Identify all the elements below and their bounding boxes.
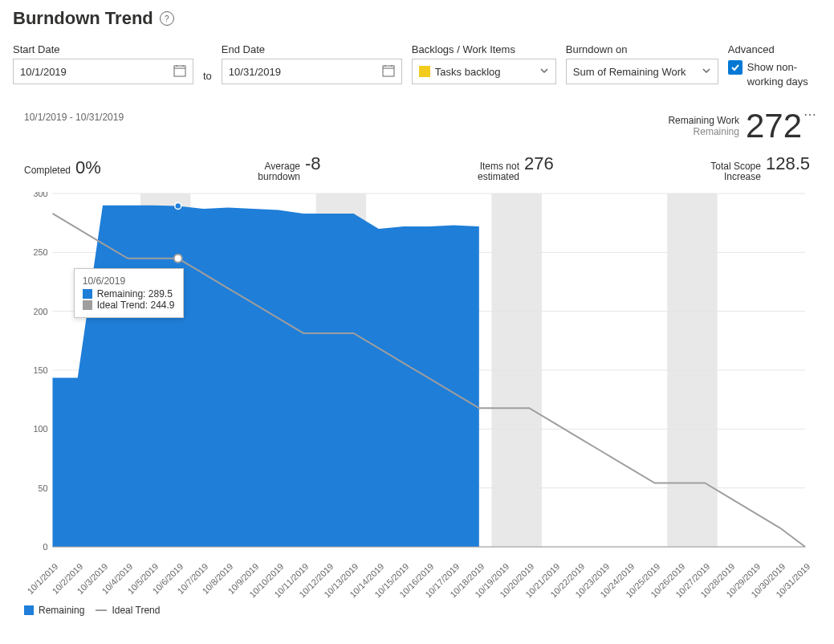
tooltip-remaining-swatch (83, 289, 92, 299)
tasks-backlog-icon (419, 66, 430, 77)
svg-point-26 (174, 255, 182, 263)
start-date-field: Start Date 10/1/2019 (13, 43, 193, 84)
svg-text:300: 300 (33, 192, 47, 198)
end-date-label: End Date (222, 43, 402, 55)
controls-row: Start Date 10/1/2019 to End Date 10/31/2… (13, 43, 821, 89)
backlogs-select[interactable]: Tasks backlog (412, 59, 556, 84)
svg-rect-4 (383, 66, 394, 76)
show-nonworking-row[interactable]: Show non-working days (728, 60, 821, 89)
chevron-down-icon (702, 66, 711, 78)
completed-value: 0% (75, 157, 101, 178)
backlogs-value: Tasks backlog (435, 66, 501, 78)
svg-text:250: 250 (33, 247, 47, 257)
calendar-icon (382, 64, 395, 79)
help-icon[interactable]: ? (160, 11, 174, 26)
legend-remaining-swatch (24, 605, 34, 615)
advanced-label: Advanced (728, 43, 821, 55)
items-value: 276 (524, 153, 554, 174)
chart-tooltip: 10/6/2019 Remaining: 289.5 Ideal Trend: … (74, 268, 184, 318)
show-nonworking-label: Show non-working days (747, 60, 821, 89)
avg-label-2: burndown (258, 172, 300, 182)
avg-value: -8 (305, 153, 321, 174)
scope-label-2: Increase (710, 172, 761, 182)
svg-point-27 (175, 202, 181, 209)
backlogs-label: Backlogs / Work Items (412, 43, 556, 55)
svg-text:50: 50 (38, 483, 47, 493)
advanced-field: Advanced Show non-working days (728, 43, 821, 89)
remaining-sub-label: Remaining (668, 126, 738, 137)
metric-avg-burndown: Average burndown -8 (258, 153, 320, 182)
metric-items-not-estimated: Items not estimated 276 (478, 153, 554, 182)
svg-text:150: 150 (33, 365, 47, 375)
page-header: Burndown Trend ? (13, 8, 821, 29)
metric-remaining-work: Remaining Work Remaining 272 (668, 107, 802, 145)
burndown-on-value: Sum of Remaining Work (573, 66, 686, 78)
tooltip-ideal-swatch (83, 300, 92, 310)
completed-label: Completed (24, 165, 71, 176)
legend-remaining: Remaining (24, 605, 84, 616)
chart-plot-area[interactable]: 050100150200250300 10/6/2019 Remaining: … (21, 192, 813, 561)
burndown-on-select[interactable]: Sum of Remaining Work (566, 59, 718, 84)
tooltip-ideal-text: Ideal Trend: 244.9 (97, 300, 175, 311)
svg-text:100: 100 (33, 424, 47, 434)
svg-rect-0 (174, 66, 185, 76)
burndown-on-field: Burndown on Sum of Remaining Work (566, 43, 718, 84)
chart-card: 10/1/2019 - 10/31/2019 ⋯ Remaining Work … (13, 104, 821, 616)
end-date-field: End Date 10/31/2019 (222, 43, 402, 84)
metric-total-scope: Total Scope Increase 128.5 (710, 153, 810, 182)
calendar-icon (173, 64, 186, 79)
start-date-label: Start Date (13, 43, 193, 55)
start-date-value: 10/1/2019 (20, 66, 67, 78)
legend-ideal-dash (96, 609, 107, 611)
end-date-input[interactable]: 10/31/2019 (222, 59, 402, 84)
chevron-down-icon (539, 66, 549, 78)
svg-text:0: 0 (43, 542, 48, 552)
chart-more-menu[interactable]: ⋯ (803, 107, 818, 122)
items-label-2: estimated (478, 172, 519, 182)
scope-value: 128.5 (766, 153, 810, 174)
to-label: to (203, 62, 212, 89)
end-date-value: 10/31/2019 (229, 66, 281, 78)
page-title: Burndown Trend (13, 8, 153, 29)
metric-completed: Completed 0% (24, 157, 101, 178)
backlogs-field: Backlogs / Work Items Tasks backlog (412, 43, 556, 84)
tooltip-date: 10/6/2019 (83, 275, 175, 287)
chart-legend: Remaining Ideal Trend (24, 605, 821, 616)
legend-ideal-label: Ideal Trend (112, 605, 160, 616)
burndown-chart: 050100150200250300 (21, 192, 813, 561)
legend-remaining-label: Remaining (39, 605, 84, 616)
start-date-input[interactable]: 10/1/2019 (13, 59, 193, 84)
legend-ideal: Ideal Trend (96, 605, 160, 616)
chart-date-range: 10/1/2019 - 10/31/2019 (24, 112, 124, 123)
svg-text:200: 200 (33, 307, 47, 316)
chart-x-axis: 10/1/201910/2/201910/3/201910/4/201910/5… (21, 561, 813, 601)
show-nonworking-checkbox[interactable] (728, 60, 742, 75)
remaining-work-label: Remaining Work (668, 115, 738, 126)
remaining-work-value: 272 (746, 107, 802, 145)
burndown-on-label: Burndown on (566, 43, 718, 55)
tooltip-remaining-text: Remaining: 289.5 (97, 288, 173, 300)
